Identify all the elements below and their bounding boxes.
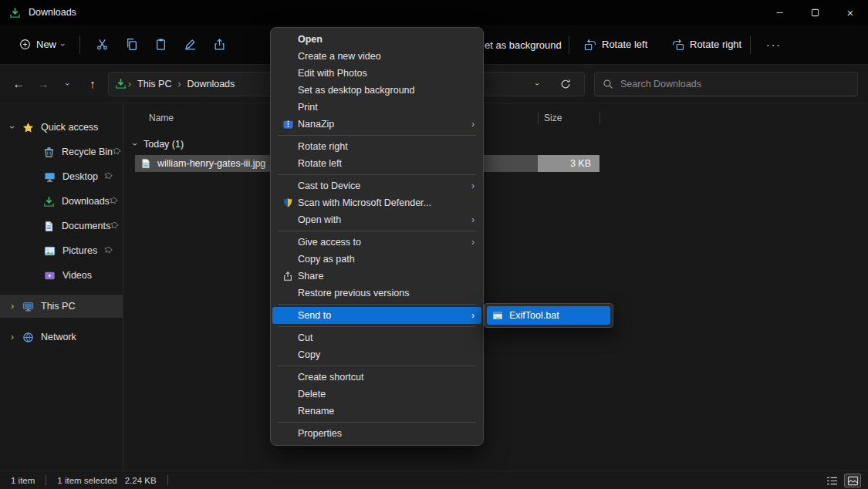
- menu-item-label: Copy: [298, 349, 481, 360]
- details-view-button[interactable]: [823, 474, 840, 487]
- star-icon: [22, 122, 34, 133]
- breadcrumb-chevron-icon: ›: [128, 79, 131, 89]
- menu-item-rotate-left[interactable]: Rotate left: [272, 155, 481, 172]
- menu-item-scan-with-microsoft-defender[interactable]: Scan with Microsoft Defender...: [272, 194, 481, 211]
- sidebar-item-label: Network: [41, 332, 76, 342]
- file-explorer-window: { "window": { "title": "Downloads" }, "t…: [0, 0, 868, 489]
- new-button[interactable]: New ›: [12, 33, 72, 56]
- menu-item-create-a-new-video[interactable]: Create a new video: [272, 48, 481, 65]
- copy-button[interactable]: [117, 31, 147, 59]
- forward-button[interactable]: →: [31, 72, 56, 96]
- menu-item-copy-as-path[interactable]: Copy as path: [272, 251, 481, 268]
- sidebar-item-quick-access[interactable]: ›Quick access: [0, 116, 123, 139]
- search-input[interactable]: [620, 79, 849, 89]
- rotate-right-icon: [672, 39, 684, 51]
- maximize-button[interactable]: [797, 0, 833, 25]
- breadcrumb-downloads[interactable]: Downloads: [182, 77, 239, 91]
- menu-item-label: Cast to Device: [298, 180, 471, 191]
- set-as-background-button[interactable]: et as background: [485, 39, 562, 50]
- menu-item-label: Print: [298, 102, 481, 113]
- menu-item-rotate-right[interactable]: Rotate right: [272, 138, 481, 155]
- more-options-button[interactable]: ···: [759, 31, 789, 59]
- menu-item-label: Copy as path: [298, 254, 481, 265]
- menu-item-open-with[interactable]: Open with›: [272, 211, 481, 228]
- file-list-pane: Name Size › Today (1) william-henry-gate…: [124, 103, 868, 470]
- menu-item-label: Give access to: [298, 237, 471, 248]
- pin-icon: [104, 246, 113, 255]
- sidebar-item-recycle-bin[interactable]: Recycle Bin: [0, 140, 123, 164]
- menu-separator: [278, 422, 476, 423]
- menu-item-cut[interactable]: Cut: [272, 329, 481, 346]
- menu-item-label: Rotate left: [298, 158, 481, 169]
- column-header-name[interactable]: Name: [149, 113, 174, 123]
- network-icon: [22, 332, 34, 343]
- recent-locations-button[interactable]: ›: [56, 72, 80, 96]
- downloads-folder-icon: [9, 7, 21, 19]
- address-dropdown-button[interactable]: ›: [530, 72, 545, 96]
- downloads-folder-icon: [115, 78, 127, 89]
- chevron-down-icon: ›: [63, 83, 73, 86]
- this-pc-icon: [22, 301, 34, 312]
- menu-item-rename[interactable]: Rename: [272, 403, 481, 420]
- menu-item-properties[interactable]: Properties: [272, 425, 481, 442]
- toolbar-divider: [79, 35, 80, 54]
- column-divider[interactable]: [599, 113, 600, 125]
- sidebar-item-network[interactable]: ›Network: [0, 325, 123, 349]
- close-button[interactable]: ×: [833, 0, 868, 25]
- menu-item-edit-with-photos[interactable]: Edit with Photos: [272, 65, 481, 82]
- group-header-today[interactable]: › Today (1): [124, 136, 184, 153]
- desktop-icon: [43, 171, 56, 183]
- chevron-right-icon[interactable]: ›: [6, 332, 19, 342]
- sidebar-item-label: Quick access: [41, 122, 98, 133]
- rename-button[interactable]: [176, 31, 205, 59]
- menu-item-open[interactable]: Open: [272, 31, 481, 48]
- large-icons-view-button[interactable]: [844, 474, 861, 487]
- back-button[interactable]: ←: [6, 72, 31, 96]
- column-header-size[interactable]: Size: [544, 113, 562, 123]
- menu-separator: [278, 366, 476, 366]
- minimize-button[interactable]: [762, 0, 797, 25]
- sidebar-item-label: Recycle Bin: [62, 147, 113, 157]
- menu-item-set-as-desktop-background[interactable]: Set as desktop background: [272, 82, 481, 99]
- menu-item-give-access-to[interactable]: Give access to›: [272, 234, 481, 251]
- menu-item-nanazip[interactable]: NanaZip›: [272, 116, 481, 133]
- refresh-button[interactable]: [558, 72, 573, 96]
- window-title: Downloads: [29, 7, 76, 18]
- submenu-item-label: ExifTool.bat: [509, 310, 559, 321]
- menu-item-print[interactable]: Print: [272, 99, 481, 116]
- menu-item-create-shortcut[interactable]: Create shortcut: [272, 369, 481, 386]
- menu-item-delete[interactable]: Delete: [272, 386, 481, 403]
- up-button[interactable]: ↑: [80, 72, 105, 96]
- chevron-right-icon[interactable]: ›: [6, 301, 19, 312]
- paste-button[interactable]: [147, 31, 176, 59]
- column-divider[interactable]: [538, 113, 539, 125]
- sidebar-item-downloads[interactable]: Downloads: [0, 190, 123, 213]
- menu-item-label: Open with: [298, 214, 471, 225]
- menu-item-copy[interactable]: Copy: [272, 346, 481, 363]
- menu-item-send-to[interactable]: Send to›: [272, 307, 481, 324]
- chevron-down-icon[interactable]: ›: [7, 121, 18, 133]
- share-button[interactable]: [205, 31, 235, 59]
- rotate-left-button[interactable]: Rotate left: [577, 33, 654, 56]
- submenu-arrow-icon: ›: [471, 214, 475, 225]
- menu-item-label: Delete: [298, 389, 481, 400]
- breadcrumb-this-pc[interactable]: This PC: [133, 77, 176, 91]
- sidebar-item-desktop[interactable]: Desktop: [0, 165, 123, 188]
- rotate-right-button[interactable]: Rotate right: [665, 33, 748, 56]
- menu-item-cast-to-device[interactable]: Cast to Device›: [272, 177, 481, 194]
- sidebar-item-this-pc[interactable]: ›This PC: [0, 295, 123, 318]
- sidebar-item-pictures[interactable]: Pictures: [0, 239, 123, 262]
- menu-item-share[interactable]: Share: [272, 268, 481, 285]
- menu-item-label: Restore previous versions: [298, 288, 481, 298]
- submenu-item-exiftool-bat[interactable]: ExifTool.bat: [487, 306, 610, 325]
- selection-size: 2.24 KB: [125, 476, 157, 485]
- menu-item-restore-previous-versions[interactable]: Restore previous versions: [272, 285, 481, 302]
- sidebar-item-videos[interactable]: Videos: [0, 264, 123, 287]
- cut-button[interactable]: [88, 31, 117, 59]
- search-box[interactable]: [594, 72, 858, 96]
- menu-item-label: Create shortcut: [298, 372, 481, 383]
- menu-item-label: Properties: [298, 428, 481, 439]
- menu-item-label: NanaZip: [298, 119, 471, 130]
- sidebar-item-documents[interactable]: Documents: [0, 214, 123, 238]
- image-file-icon: [140, 158, 151, 169]
